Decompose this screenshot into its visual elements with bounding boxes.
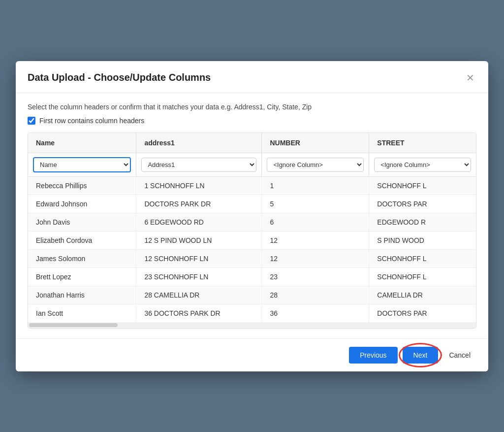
dropdown-cell-number: Name Address1 <Ignore Column> [262, 153, 369, 176]
cell-name: Rebecca Phillips [28, 176, 136, 195]
modal-footer: Previous Next Cancel [16, 338, 488, 371]
table-row: Jonathan Harris 28 CAMELLIA DR 28 CAMELL… [28, 286, 476, 304]
dropdown-cell-name: Name Address1 <Ignore Column> [28, 153, 136, 176]
cell-number: 23 [262, 267, 369, 286]
table-row: John Davis 6 EDGEWOOD RD 6 EDGEWOOD R [28, 213, 476, 231]
first-row-label: First row contains column headers [39, 117, 144, 125]
cell-street: EDGEWOOD R [369, 213, 476, 231]
cell-address1: 23 SCHONHOFF LN [136, 267, 262, 286]
close-button[interactable]: ✕ [464, 71, 476, 85]
first-row-header-row: First row contains column headers [28, 117, 476, 125]
table-header-row: Name address1 NUMBER STREET [28, 133, 476, 153]
cancel-button[interactable]: Cancel [443, 347, 476, 364]
col-header-address1: address1 [136, 133, 262, 153]
cell-name: Ian Scott [28, 304, 136, 322]
data-table: Name address1 NUMBER STREET Name Address… [28, 133, 476, 322]
next-button[interactable]: Next [403, 347, 439, 364]
modal-body: Select the column headers or confirm tha… [16, 93, 488, 338]
instructions-text: Select the column headers or confirm tha… [28, 103, 476, 111]
table-row: Rebecca Phillips 1 SCHONHOFF LN 1 SCHONH… [28, 176, 476, 195]
cell-street: DOCTORS PAR [369, 195, 476, 213]
cell-number: 1 [262, 176, 369, 195]
cell-name: Edward Johnson [28, 195, 136, 213]
cell-number: 12 [262, 231, 369, 249]
dropdown-row: Name Address1 <Ignore Column> Name Addre… [28, 153, 476, 176]
cell-number: 36 [262, 304, 369, 322]
cell-address1: DOCTORS PARK DR [136, 195, 262, 213]
cell-street: DOCTORS PAR [369, 304, 476, 322]
cell-street: SCHONHOFF L [369, 249, 476, 267]
cell-name: Jonathan Harris [28, 286, 136, 304]
cell-name: Brett Lopez [28, 267, 136, 286]
cell-street: SCHONHOFF L [369, 267, 476, 286]
col-header-number: NUMBER [262, 133, 369, 153]
address1-column-select[interactable]: Name Address1 <Ignore Column> [141, 158, 256, 172]
cell-street: SCHONHOFF L [369, 176, 476, 195]
cell-address1: 12 S PIND WOOD LN [136, 231, 262, 249]
table-row: Ian Scott 36 DOCTORS PARK DR 36 DOCTORS … [28, 304, 476, 322]
street-column-select[interactable]: Name Address1 <Ignore Column> [374, 158, 471, 172]
cell-address1: 12 SCHONHOFF LN [136, 249, 262, 267]
cell-number: 12 [262, 249, 369, 267]
cell-number: 28 [262, 286, 369, 304]
cell-address1: 36 DOCTORS PARK DR [136, 304, 262, 322]
cell-street: CAMELLIA DR [369, 286, 476, 304]
number-column-select[interactable]: Name Address1 <Ignore Column> [267, 158, 364, 172]
modal-header: Data Upload - Choose/Update Columns ✕ [16, 61, 488, 93]
modal-title: Data Upload - Choose/Update Columns [28, 72, 211, 83]
cell-address1: 6 EDGEWOOD RD [136, 213, 262, 231]
table-row: Elizabeth Cordova 12 S PIND WOOD LN 12 S… [28, 231, 476, 249]
cell-number: 6 [262, 213, 369, 231]
data-table-container: Name address1 NUMBER STREET Name Address… [28, 133, 476, 329]
col-header-street: STREET [369, 133, 476, 153]
cell-name: John Davis [28, 213, 136, 231]
table-row: Edward Johnson DOCTORS PARK DR 5 DOCTORS… [28, 195, 476, 213]
dropdown-cell-address1: Name Address1 <Ignore Column> [136, 153, 262, 176]
table-row: Brett Lopez 23 SCHONHOFF LN 23 SCHONHOFF… [28, 267, 476, 286]
cell-address1: 28 CAMELLIA DR [136, 286, 262, 304]
first-row-checkbox[interactable] [28, 117, 35, 125]
next-button-wrapper: Next [403, 347, 439, 364]
table-scroll-area[interactable]: Name address1 NUMBER STREET Name Address… [28, 133, 476, 322]
dropdown-cell-street: Name Address1 <Ignore Column> [369, 153, 476, 176]
modal-dialog: Data Upload - Choose/Update Columns ✕ Se… [16, 61, 488, 371]
cell-number: 5 [262, 195, 369, 213]
table-row: James Solomon 12 SCHONHOFF LN 12 SCHONHO… [28, 249, 476, 267]
cell-street: S PIND WOOD [369, 231, 476, 249]
col-header-name: Name [28, 133, 136, 153]
cell-name: James Solomon [28, 249, 136, 267]
name-column-select[interactable]: Name Address1 <Ignore Column> [33, 157, 131, 172]
cell-name: Elizabeth Cordova [28, 231, 136, 249]
horizontal-scrollbar[interactable] [28, 322, 476, 328]
previous-button[interactable]: Previous [349, 347, 397, 364]
cell-address1: 1 SCHONHOFF LN [136, 176, 262, 195]
horizontal-scrollbar-thumb [29, 323, 118, 327]
